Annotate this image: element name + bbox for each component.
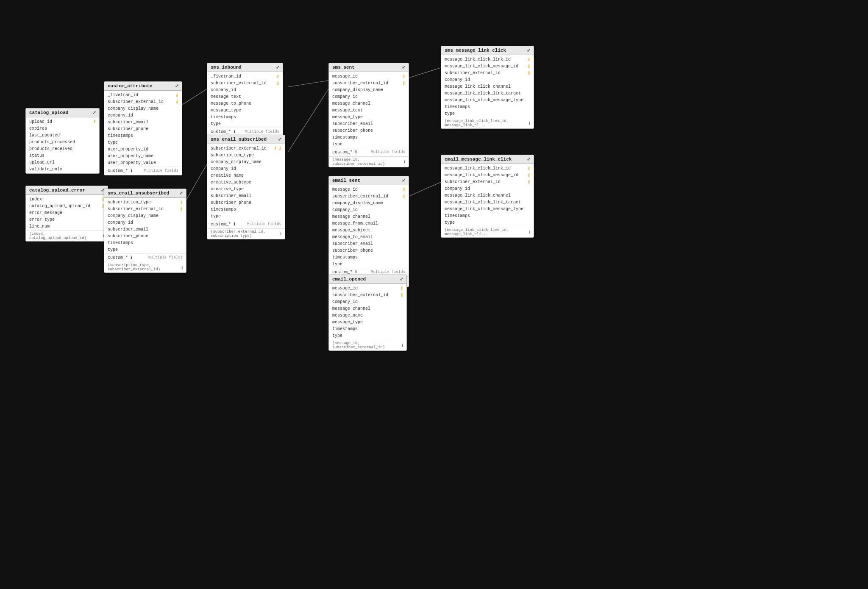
field-message-text-ss: message_text xyxy=(329,107,409,114)
field-subscriber-phone-ses: subscriber_phone xyxy=(207,199,285,206)
field-timestamps-ca: timestamps xyxy=(104,132,182,139)
field-custom-si: custom_* ℹ Multiple fields xyxy=(207,128,283,135)
field-validate-only: validate_only xyxy=(26,166,99,172)
table-body-email-opened: message_id ⚷ subscriber_external_id ⚷ co… xyxy=(329,284,406,340)
field-custom-su: custom_* ℹ Multiple fields xyxy=(104,254,186,261)
table-header-sms-message-link-click: sms_message_link_click ⤢ xyxy=(441,46,534,55)
table-catalog-upload-error: catalog_upload_error ⤢ index ⚷ catalog_u… xyxy=(25,186,108,242)
field-custom-ca: custom_* ℹ Multiple fields xyxy=(104,167,182,174)
table-body-email-sent: message_id ⚷ subscriber_external_id ⚷ co… xyxy=(329,185,409,276)
field-type-su: type xyxy=(104,246,186,253)
table-header-email-sent: email_sent ⤢ xyxy=(329,176,409,185)
table-body-catalog-upload: upload_id ⚷ expires last_updated product… xyxy=(26,117,99,173)
ext-link-icon-6[interactable]: ⤢ xyxy=(278,137,281,142)
table-header-sms-sent: sms_sent ⤢ xyxy=(329,63,409,72)
field-timestamps-email-mlc: timestamps xyxy=(441,212,534,219)
table-header-sms-inbound: sms_inbound ⤢ xyxy=(207,63,283,72)
ext-link-icon-11[interactable]: ⤢ xyxy=(527,157,530,162)
field-timestamps-sms-mlc: timestamps xyxy=(441,103,534,110)
field-creative-type-ses: creative_type xyxy=(207,186,285,192)
ext-link-icon-10[interactable]: ⤢ xyxy=(527,48,530,53)
field-user-property-value-ca: user_property_value xyxy=(104,159,182,166)
field-company-display-name-es: company_display_name xyxy=(329,200,409,206)
table-email-sent: email_sent ⤢ message_id ⚷ subscriber_ext… xyxy=(328,176,409,287)
field-mlc-channel-email: message_link_click_channel xyxy=(441,192,534,199)
table-body-sms-email-unsubscribed: subscription_type ⚷ subscriber_external_… xyxy=(104,198,186,262)
info-icon-ss[interactable]: ℹ xyxy=(404,160,405,164)
info-icon-ses[interactable]: ℹ xyxy=(280,232,281,236)
field-subscriber-email-su: subscriber_email xyxy=(104,226,186,233)
ext-link-icon[interactable]: ⤢ xyxy=(92,110,96,115)
table-email-message-link-click: email_message_link_click ⤢ message_link_… xyxy=(441,155,534,238)
table-header-email-opened: email_opened ⤢ xyxy=(329,275,406,284)
field-subscriber-email-es: subscriber_email xyxy=(329,240,409,247)
field-type-es: type xyxy=(329,261,409,267)
field-timestamps-eo: timestamps xyxy=(329,325,406,332)
field-timestamps-ss: timestamps xyxy=(329,134,409,141)
field-message-type-si: message_type xyxy=(207,107,283,114)
field-message-text-si: message_text xyxy=(207,93,283,100)
info-icon-eo[interactable]: ℹ xyxy=(402,343,403,348)
field-upload-id: upload_id ⚷ xyxy=(26,118,99,125)
ext-link-icon-5[interactable]: ⤢ xyxy=(276,65,279,70)
info-icon-su[interactable]: ℹ xyxy=(181,265,183,270)
table-body-custom-attribute: _fivetran_id ⚷ subscriber_external_id ⚷ … xyxy=(104,91,182,175)
field-company-display-name-su: company_display_name xyxy=(104,212,186,219)
field-status: status xyxy=(26,152,99,159)
svg-line-6 xyxy=(288,89,328,152)
field-subscriber-phone-ca: subscriber_phone xyxy=(104,125,182,132)
table-custom-attribute: custom_attribute ⤢ _fivetran_id ⚷ subscr… xyxy=(104,81,182,175)
field-type-ss: type xyxy=(329,141,409,147)
field-type-email-mlc: type xyxy=(441,219,534,226)
field-fivetran-id-ca: _fivetran_id ⚷ xyxy=(104,92,182,98)
ext-link-icon-8[interactable]: ⤢ xyxy=(402,178,405,183)
field-creative-subtype-ses: creative_subtype xyxy=(207,179,285,186)
ext-link-icon-4[interactable]: ⤢ xyxy=(179,191,183,196)
info-icon-sms-mlc[interactable]: ℹ xyxy=(529,121,530,126)
table-body-email-message-link-click: message_link_click_link_id ⚷ message_lin… xyxy=(441,164,534,227)
ext-link-icon-9[interactable]: ⤢ xyxy=(400,277,403,282)
field-subscriber-ext-id-ss: subscriber_external_id ⚷ xyxy=(329,80,409,86)
field-subscriber-ext-id-su: subscriber_external_id ⚷ xyxy=(104,206,186,212)
ext-link-icon-7[interactable]: ⤢ xyxy=(402,65,405,70)
field-upload-url: upload_url xyxy=(26,159,99,166)
table-title-sms-email-unsubscribed: sms_email_unsubscribed xyxy=(108,191,169,196)
table-title-email-sent: email_sent xyxy=(332,178,360,183)
field-company-id-ss: company_id xyxy=(329,93,409,100)
field-company-display-name-ca: company_display_name xyxy=(104,105,182,112)
table-footer-email-opened: (message_id, subscriber_external_id) ℹ xyxy=(329,340,406,350)
field-expires: expires xyxy=(26,125,99,132)
field-company-id-sms-mlc: company_id xyxy=(441,76,534,83)
field-message-type-ss: message_type xyxy=(329,114,409,120)
field-user-property-name-ca: user_property_name xyxy=(104,153,182,159)
field-subscriber-ext-id-email-mlc: subscriber_external_id ⚷ xyxy=(441,178,534,185)
field-message-channel-es: message_channel xyxy=(329,213,409,220)
field-last-updated: last_updated xyxy=(26,132,99,139)
field-mlc-link-id-email: message_link_click_link_id ⚷ xyxy=(441,165,534,172)
field-type-eo: type xyxy=(329,332,406,339)
field-user-property-id-ca: user_property_id xyxy=(104,146,182,153)
ext-link-icon-3[interactable]: ⤢ xyxy=(175,83,178,89)
table-header-catalog-upload: catalog_upload ⤢ xyxy=(26,108,99,117)
table-sms-email-subscribed: sms_email_subscribed ⤢ subscriber_extern… xyxy=(207,135,285,239)
table-footer-sms-email-unsubscribed: (subscription_type, subscriber_external_… xyxy=(104,262,186,272)
svg-line-0 xyxy=(182,89,207,105)
info-icon-email-mlc[interactable]: ℹ xyxy=(529,230,530,235)
field-catalog-upload-upload-id: catalog_upload_upload_id ⚷ xyxy=(26,203,108,209)
field-company-id-email-mlc: company_id xyxy=(441,185,534,192)
field-subscriber-email-ses: subscriber_email xyxy=(207,192,285,199)
field-company-display-name-ses: company_display_name xyxy=(207,158,285,165)
field-company-id-ca: company_id xyxy=(104,112,182,119)
field-error-type: error_type xyxy=(26,216,108,223)
field-message-subject-es: message_subject xyxy=(329,227,409,233)
field-products-processed: products_processed xyxy=(26,139,99,145)
table-footer-sms-message-link-click: (message_link_click_link_id, message_lin… xyxy=(441,118,534,128)
field-mlc-message-type-sms: message_link_click_message_type xyxy=(441,97,534,103)
field-message-to-email-es: message_to_email xyxy=(329,233,409,240)
field-subscriber-phone-es: subscriber_phone xyxy=(329,247,409,254)
field-timestamps-si: timestamps xyxy=(207,114,283,120)
field-company-id-eo: company_id xyxy=(329,298,406,305)
table-catalog-upload: catalog_upload ⤢ upload_id ⚷ expires las… xyxy=(25,108,100,174)
field-message-channel-eo: message_channel xyxy=(329,305,406,312)
field-message-to-phone-si: message_to_phone xyxy=(207,100,283,107)
